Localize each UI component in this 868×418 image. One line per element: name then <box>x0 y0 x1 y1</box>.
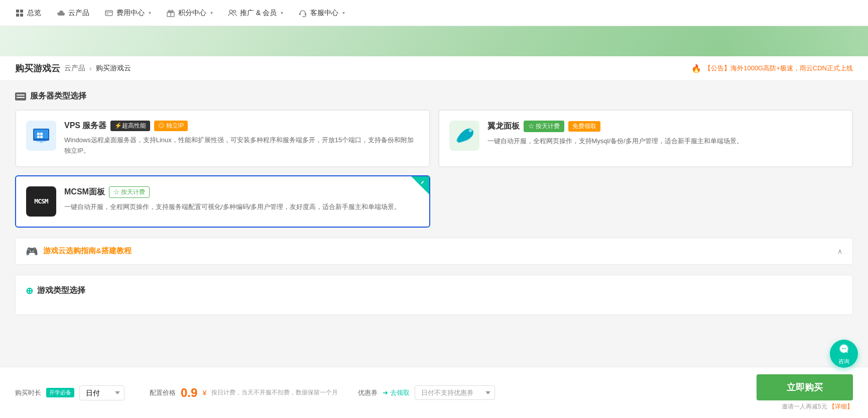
wing-title: 翼龙面板 <box>487 121 520 132</box>
support-chevron: ▾ <box>342 10 345 16</box>
top-nav: 总览 云产品 费用中心 ▾ <box>0 0 868 26</box>
breadcrumb-link-cloud[interactable]: 云产品 <box>64 64 85 73</box>
page-title: 购买游戏云 <box>15 62 60 74</box>
cloud-icon <box>56 9 65 18</box>
wing-server-card[interactable]: 翼龙面板 ☆ 按天计费 免费领取 一键自动开服，全程网页操作，支持Mysql/备… <box>438 110 853 167</box>
svg-point-19 <box>469 129 472 132</box>
mcsm-title: MCSM面板 <box>64 187 105 197</box>
wing-badge-free: 免费领取 <box>568 121 600 132</box>
notice-icon: 🔥 <box>691 64 701 73</box>
wing-card-content: 翼龙面板 ☆ 按天计费 免费领取 一键自动开服，全程网页操作，支持Mysql/备… <box>487 121 842 147</box>
nav-points[interactable]: 积分中心 ▾ <box>166 9 213 18</box>
server-type-grid: VPS 服务器 ⚡超高性能 ◎ 独立IP Windows远程桌面服务器，支持Li… <box>15 110 853 228</box>
nav-support[interactable]: 客服中心 ▾ <box>298 9 345 18</box>
vps-title: VPS 服务器 <box>64 121 106 131</box>
vps-icon <box>26 121 56 151</box>
mcsm-desc: 一键自动开服，全程网页操作，支持服务端配置可视化/多种编码/多用户管理，友好度高… <box>64 202 419 213</box>
svg-rect-3 <box>20 14 23 17</box>
svg-point-4 <box>57 13 59 15</box>
mcsm-server-card[interactable]: MCSM MCSM面板 ☆ 按天计费 一键自动开服，全程网页操作，支持服务端配置… <box>15 175 430 228</box>
wing-icon <box>449 121 479 151</box>
breadcrumb: 购买游戏云 云产品 › 购买游戏云 <box>15 62 131 74</box>
wing-badge-daily: ☆ 按天计费 <box>524 121 564 132</box>
mcsm-badge-daily: ☆ 按天计费 <box>109 186 150 198</box>
game-type-title: 游戏类型选择 <box>37 285 85 296</box>
mcsm-icon: MCSM <box>26 186 56 217</box>
svg-rect-11 <box>299 13 301 15</box>
headset-icon <box>298 9 307 18</box>
main-content: 服务器类型选择 VPS 服务 <box>0 81 868 325</box>
gift-icon <box>166 9 175 18</box>
people-icon <box>228 9 237 18</box>
nav-support-label: 客服中心 <box>310 9 338 18</box>
grid-icon <box>15 9 24 18</box>
wing-desc: 一键自动开服，全程网页操作，支持Mysql/备份/多用户管理，适合新手服主和单端… <box>487 136 842 147</box>
svg-rect-5 <box>105 11 112 16</box>
vps-server-card[interactable]: VPS 服务器 ⚡超高性能 ◎ 独立IP Windows远程桌面服务器，支持Li… <box>15 110 430 167</box>
svg-rect-2 <box>16 14 19 17</box>
points-chevron: ▾ <box>210 10 213 16</box>
game-type-section: ⊕ 游戏类型选择 <box>15 275 853 315</box>
svg-rect-18 <box>40 142 43 143</box>
nav-promotion-label: 推广 & 会员 <box>240 9 277 18</box>
notice-text: 【公告】海外1000G高防+极速，雨云CDN正式上线 <box>704 64 853 73</box>
nav-cloud-products[interactable]: 云产品 <box>56 9 89 18</box>
vps-title-row: VPS 服务器 ⚡超高性能 ◎ 独立IP <box>64 121 419 131</box>
billing-icon <box>104 9 113 18</box>
server-type-section-header: 服务器类型选择 <box>15 91 853 101</box>
game-type-icon: ⊕ <box>26 285 33 296</box>
vps-card-content: VPS 服务器 ⚡超高性能 ◎ 独立IP Windows远程桌面服务器，支持Li… <box>64 121 419 156</box>
mcsm-card-content: MCSM面板 ☆ 按天计费 一键自动开服，全程网页操作，支持服务端配置可视化/多… <box>64 186 419 213</box>
selected-checkmark <box>411 176 429 194</box>
guide-left: 🎮 游戏云选购指南&搭建教程 <box>26 245 132 257</box>
nav-overview-label: 总览 <box>27 9 41 18</box>
mcsm-title-row: MCSM面板 ☆ 按天计费 <box>64 186 419 198</box>
breadcrumb-separator: › <box>89 64 92 72</box>
nav-promotion[interactable]: 推广 & 会员 ▾ <box>228 9 283 18</box>
svg-point-9 <box>229 10 232 13</box>
collapse-icon[interactable]: ∧ <box>837 247 842 255</box>
nav-overview[interactable]: 总览 <box>15 9 41 18</box>
guide-link[interactable]: 游戏云选购指南&搭建教程 <box>43 246 132 256</box>
svg-rect-0 <box>16 10 19 13</box>
guide-emoji: 🎮 <box>26 245 38 257</box>
nav-billing-label: 费用中心 <box>116 9 145 18</box>
svg-rect-12 <box>305 13 306 15</box>
vps-badge-performance: ⚡超高性能 <box>110 121 150 131</box>
promotion-chevron: ▾ <box>281 10 283 16</box>
server-type-title: 服务器类型选择 <box>30 91 86 101</box>
svg-point-10 <box>233 10 236 13</box>
game-type-header: ⊕ 游戏类型选择 <box>26 285 842 296</box>
banner <box>0 26 868 56</box>
vps-badge-ip: ◎ 独立IP <box>154 121 188 131</box>
notice-bar[interactable]: 🔥 【公告】海外1000G高防+极速，雨云CDN正式上线 <box>691 64 853 73</box>
wing-title-row: 翼龙面板 ☆ 按天计费 免费领取 <box>487 121 842 132</box>
section-icon <box>15 92 26 100</box>
guide-section[interactable]: 🎮 游戏云选购指南&搭建教程 ∧ <box>15 238 853 265</box>
billing-chevron: ▾ <box>149 10 151 16</box>
svg-rect-1 <box>20 10 23 13</box>
nav-cloud-label: 云产品 <box>68 9 89 18</box>
svg-rect-17 <box>36 141 46 142</box>
breadcrumb-current: 购买游戏云 <box>96 64 131 73</box>
nav-points-label: 积分中心 <box>178 9 206 18</box>
svg-rect-6 <box>106 14 108 15</box>
breadcrumb-bar: 购买游戏云 云产品 › 购买游戏云 🔥 【公告】海外1000G高防+极速，雨云C… <box>0 56 868 81</box>
nav-billing[interactable]: 费用中心 ▾ <box>104 9 151 18</box>
svg-point-13 <box>303 16 304 17</box>
vps-desc: Windows远程桌面服务器，支持Linux，性能和扩展性强，可安装多种程序和服… <box>64 135 419 156</box>
